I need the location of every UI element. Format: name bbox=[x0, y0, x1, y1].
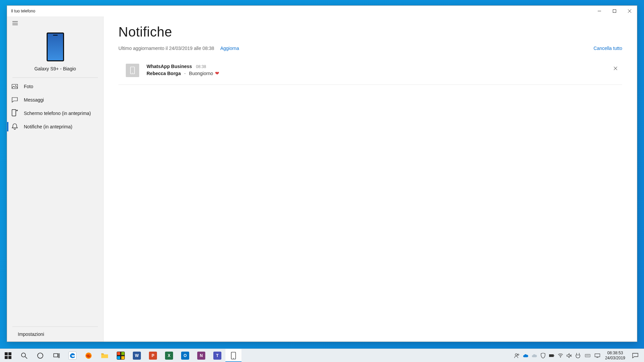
minimize-button[interactable] bbox=[592, 6, 607, 16]
notification-message: Buongiorno bbox=[189, 71, 213, 76]
tray-battery-icon[interactable] bbox=[547, 349, 556, 362]
tray-people-icon[interactable] bbox=[513, 349, 521, 362]
sidebar-item-messages[interactable]: Messaggi bbox=[7, 93, 103, 107]
onenote-icon: N bbox=[197, 352, 205, 360]
svg-point-32 bbox=[515, 354, 517, 356]
sidebar-item-label: Schermo telefono (in anteprima) bbox=[24, 111, 91, 116]
taskbar-app-powerpoint[interactable]: P bbox=[145, 349, 161, 362]
svg-point-19 bbox=[21, 353, 25, 357]
task-view-button[interactable] bbox=[48, 349, 64, 362]
store-icon bbox=[117, 352, 125, 360]
folder-icon bbox=[101, 352, 108, 359]
sidebar-item-phone-screen[interactable]: Schermo telefono (in anteprima) bbox=[7, 107, 103, 120]
taskbar-clock[interactable]: 08:38:53 24/03/2019 bbox=[602, 351, 629, 361]
search-button[interactable] bbox=[16, 349, 32, 362]
excel-icon: X bbox=[165, 352, 173, 360]
app-window: Il tuo telefono Galaxy S9+ - Biagio bbox=[7, 5, 637, 342]
separator: - bbox=[184, 71, 186, 76]
powerpoint-icon: P bbox=[149, 352, 157, 360]
subheader: Ultimo aggiornamento il 24/03/2019 alle … bbox=[118, 46, 622, 51]
tray-security-icon[interactable] bbox=[539, 349, 547, 362]
chat-icon bbox=[12, 97, 18, 103]
maximize-button[interactable] bbox=[607, 6, 622, 16]
taskbar-app-edge[interactable] bbox=[64, 349, 80, 362]
action-center-button[interactable] bbox=[629, 353, 642, 358]
notification-item[interactable]: WhatsApp Business 08:38 Rebecca Borga - … bbox=[118, 60, 622, 85]
bell-icon bbox=[12, 124, 18, 130]
tray-volume-icon[interactable] bbox=[565, 349, 574, 362]
outlook-icon: O bbox=[181, 352, 189, 360]
svg-point-12 bbox=[132, 73, 133, 73]
svg-rect-29 bbox=[121, 356, 124, 359]
word-icon: W bbox=[133, 352, 141, 360]
svg-line-20 bbox=[25, 357, 27, 359]
notification-text: WhatsApp Business 08:38 Rebecca Borga - … bbox=[147, 64, 219, 76]
close-button[interactable] bbox=[622, 6, 637, 16]
notification-time: 08:38 bbox=[196, 64, 206, 69]
taskbar-app-onenote[interactable]: N bbox=[193, 349, 209, 362]
notification-app-name: WhatsApp Business bbox=[147, 64, 192, 69]
settings-label: Impostazioni bbox=[18, 331, 44, 337]
svg-rect-7 bbox=[12, 84, 18, 89]
svg-point-21 bbox=[38, 353, 43, 358]
titlebar[interactable]: Il tuo telefono bbox=[7, 6, 637, 16]
tray-power-icon[interactable] bbox=[574, 349, 582, 362]
device-block: Galaxy S9+ - Biagio bbox=[7, 30, 103, 77]
svg-rect-18 bbox=[8, 356, 11, 359]
phone-screen-icon bbox=[12, 110, 18, 116]
phone-illustration bbox=[47, 33, 64, 61]
svg-point-33 bbox=[518, 354, 519, 355]
taskbar-app-explorer[interactable] bbox=[97, 349, 113, 362]
svg-rect-35 bbox=[554, 355, 554, 356]
sidebar-item-settings[interactable]: Impostazioni bbox=[7, 327, 103, 342]
window-controls bbox=[592, 6, 637, 16]
clear-all-link[interactable]: Cancella tutto bbox=[593, 46, 622, 51]
svg-rect-16 bbox=[8, 352, 11, 355]
tray-onedrive-secondary-icon[interactable] bbox=[530, 349, 539, 362]
app-icon-placeholder bbox=[126, 64, 139, 77]
heart-icon: ❤ bbox=[215, 70, 219, 76]
tray-project-icon[interactable] bbox=[593, 349, 602, 362]
sidebar: Galaxy S9+ - Biagio Foto Messaggi bbox=[7, 16, 104, 342]
taskbar-app-firefox[interactable] bbox=[80, 349, 97, 362]
clock-time: 08:38:53 bbox=[605, 351, 625, 356]
sidebar-item-notifications[interactable]: Notifiche (in anteprima) bbox=[7, 120, 103, 133]
page-title: Notifiche bbox=[118, 24, 622, 40]
svg-rect-28 bbox=[117, 356, 120, 359]
svg-point-8 bbox=[15, 85, 16, 86]
notification-list: WhatsApp Business 08:38 Rebecca Borga - … bbox=[118, 60, 622, 85]
sidebar-item-photos[interactable]: Foto bbox=[7, 80, 103, 93]
dismiss-notification-button[interactable] bbox=[611, 64, 620, 72]
clock-date: 24/03/2019 bbox=[605, 356, 625, 361]
window-title: Il tuo telefono bbox=[7, 9, 35, 13]
svg-rect-15 bbox=[5, 352, 8, 355]
start-button[interactable] bbox=[0, 349, 16, 362]
svg-point-31 bbox=[233, 358, 234, 359]
device-name: Galaxy S9+ - Biagio bbox=[34, 66, 76, 71]
svg-rect-9 bbox=[12, 110, 16, 116]
sidebar-item-label: Notifiche (in anteprima) bbox=[24, 124, 72, 129]
taskbar-app-store[interactable] bbox=[113, 349, 129, 362]
taskbar-app-teams[interactable]: T bbox=[209, 349, 225, 362]
notification-sender: Rebecca Borga bbox=[147, 71, 181, 76]
sidebar-item-label: Messaggi bbox=[24, 97, 44, 103]
svg-rect-1 bbox=[613, 10, 616, 13]
cortana-button[interactable] bbox=[32, 349, 48, 362]
refresh-link[interactable]: Aggiorna bbox=[220, 46, 239, 51]
tray-keyboard-icon[interactable] bbox=[582, 349, 593, 362]
main-content: Notifiche Ultimo aggiornamento il 24/03/… bbox=[104, 16, 637, 342]
hamburger-button[interactable] bbox=[7, 16, 23, 30]
svg-rect-17 bbox=[5, 356, 8, 359]
taskbar-app-word[interactable]: W bbox=[129, 349, 145, 362]
taskbar-app-excel[interactable]: X bbox=[161, 349, 177, 362]
tray-onedrive-icon[interactable] bbox=[521, 349, 530, 362]
taskbar-app-outlook[interactable]: O bbox=[177, 349, 193, 362]
svg-rect-34 bbox=[549, 354, 553, 357]
svg-rect-39 bbox=[585, 354, 590, 357]
svg-rect-27 bbox=[121, 352, 124, 355]
svg-point-36 bbox=[560, 357, 561, 358]
last-update-text: Ultimo aggiornamento il 24/03/2019 alle … bbox=[118, 46, 214, 51]
taskbar-app-your-phone[interactable] bbox=[225, 349, 241, 362]
firefox-icon bbox=[85, 352, 92, 359]
tray-wifi-icon[interactable] bbox=[556, 349, 565, 362]
